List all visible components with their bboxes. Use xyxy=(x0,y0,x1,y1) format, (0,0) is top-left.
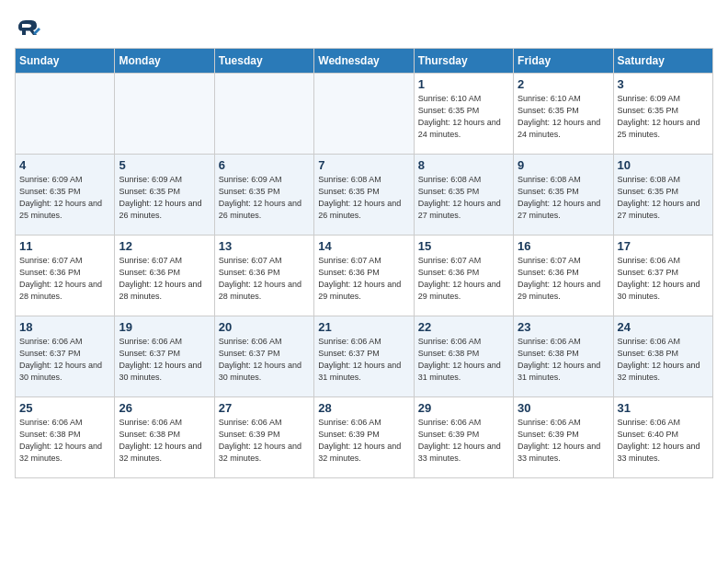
calendar-cell: 14Sunrise: 6:07 AM Sunset: 6:36 PM Dayli… xyxy=(314,236,414,316)
day-number: 31 xyxy=(618,401,709,415)
cell-info: Sunrise: 6:09 AM Sunset: 6:35 PM Dayligh… xyxy=(19,174,110,222)
calendar-cell: 23Sunrise: 6:06 AM Sunset: 6:38 PM Dayli… xyxy=(514,316,613,397)
day-header-thursday: Thursday xyxy=(414,49,513,74)
calendar-week-3: 11Sunrise: 6:07 AM Sunset: 6:36 PM Dayli… xyxy=(16,236,713,316)
calendar-cell: 28Sunrise: 6:06 AM Sunset: 6:39 PM Dayli… xyxy=(314,397,414,478)
day-number: 14 xyxy=(318,239,409,253)
page-header xyxy=(15,15,713,40)
cell-info: Sunrise: 6:06 AM Sunset: 6:37 PM Dayligh… xyxy=(219,336,310,384)
cell-info: Sunrise: 6:06 AM Sunset: 6:38 PM Dayligh… xyxy=(618,336,709,384)
day-number: 30 xyxy=(518,401,609,415)
day-number: 25 xyxy=(19,401,110,415)
calendar-cell: 5Sunrise: 6:09 AM Sunset: 6:35 PM Daylig… xyxy=(115,155,214,236)
cell-info: Sunrise: 6:09 AM Sunset: 6:35 PM Dayligh… xyxy=(219,174,310,222)
cell-info: Sunrise: 6:07 AM Sunset: 6:36 PM Dayligh… xyxy=(318,255,409,303)
cell-info: Sunrise: 6:06 AM Sunset: 6:39 PM Dayligh… xyxy=(518,417,609,465)
cell-info: Sunrise: 6:07 AM Sunset: 6:36 PM Dayligh… xyxy=(219,255,310,303)
calendar-cell: 30Sunrise: 6:06 AM Sunset: 6:39 PM Dayli… xyxy=(514,397,613,478)
cell-info: Sunrise: 6:06 AM Sunset: 6:38 PM Dayligh… xyxy=(119,417,210,465)
cell-info: Sunrise: 6:09 AM Sunset: 6:35 PM Dayligh… xyxy=(618,93,709,141)
calendar-cell: 31Sunrise: 6:06 AM Sunset: 6:40 PM Dayli… xyxy=(613,397,712,478)
calendar-table: SundayMondayTuesdayWednesdayThursdayFrid… xyxy=(15,48,713,478)
calendar-cell: 7Sunrise: 6:08 AM Sunset: 6:35 PM Daylig… xyxy=(314,155,414,236)
day-number: 15 xyxy=(418,239,509,253)
day-number: 1 xyxy=(418,77,509,91)
calendar-cell xyxy=(16,74,115,155)
cell-info: Sunrise: 6:06 AM Sunset: 6:38 PM Dayligh… xyxy=(418,336,509,384)
calendar-cell: 27Sunrise: 6:06 AM Sunset: 6:39 PM Dayli… xyxy=(214,397,313,478)
calendar-cell: 12Sunrise: 6:07 AM Sunset: 6:36 PM Dayli… xyxy=(115,236,214,316)
day-number: 12 xyxy=(119,239,210,253)
calendar-cell: 16Sunrise: 6:07 AM Sunset: 6:36 PM Dayli… xyxy=(514,236,613,316)
cell-info: Sunrise: 6:06 AM Sunset: 6:38 PM Dayligh… xyxy=(518,336,609,384)
day-number: 4 xyxy=(19,158,110,172)
calendar-header-row: SundayMondayTuesdayWednesdayThursdayFrid… xyxy=(16,49,713,74)
cell-info: Sunrise: 6:06 AM Sunset: 6:39 PM Dayligh… xyxy=(418,417,509,465)
calendar-week-1: 1Sunrise: 6:10 AM Sunset: 6:35 PM Daylig… xyxy=(16,74,713,155)
calendar-cell: 19Sunrise: 6:06 AM Sunset: 6:37 PM Dayli… xyxy=(115,316,214,397)
cell-info: Sunrise: 6:09 AM Sunset: 6:35 PM Dayligh… xyxy=(119,174,210,222)
day-number: 20 xyxy=(219,320,310,334)
day-number: 27 xyxy=(219,401,310,415)
calendar-cell: 10Sunrise: 6:08 AM Sunset: 6:35 PM Dayli… xyxy=(613,155,712,236)
cell-info: Sunrise: 6:08 AM Sunset: 6:35 PM Dayligh… xyxy=(418,174,509,222)
day-number: 2 xyxy=(518,77,609,91)
calendar-cell: 6Sunrise: 6:09 AM Sunset: 6:35 PM Daylig… xyxy=(214,155,313,236)
day-header-friday: Friday xyxy=(514,49,613,74)
calendar-cell: 4Sunrise: 6:09 AM Sunset: 6:35 PM Daylig… xyxy=(16,155,115,236)
day-number: 23 xyxy=(518,320,609,334)
calendar-cell: 20Sunrise: 6:06 AM Sunset: 6:37 PM Dayli… xyxy=(214,316,313,397)
calendar-week-2: 4Sunrise: 6:09 AM Sunset: 6:35 PM Daylig… xyxy=(16,155,713,236)
day-number: 29 xyxy=(418,401,509,415)
calendar-cell xyxy=(314,74,414,155)
cell-info: Sunrise: 6:06 AM Sunset: 6:37 PM Dayligh… xyxy=(119,336,210,384)
day-number: 19 xyxy=(119,320,210,334)
day-header-wednesday: Wednesday xyxy=(314,49,414,74)
day-number: 5 xyxy=(119,158,210,172)
calendar-cell: 29Sunrise: 6:06 AM Sunset: 6:39 PM Dayli… xyxy=(414,397,513,478)
calendar-cell: 3Sunrise: 6:09 AM Sunset: 6:35 PM Daylig… xyxy=(613,74,712,155)
calendar-cell xyxy=(115,74,214,155)
calendar-cell: 2Sunrise: 6:10 AM Sunset: 6:35 PM Daylig… xyxy=(514,74,613,155)
calendar-cell: 11Sunrise: 6:07 AM Sunset: 6:36 PM Dayli… xyxy=(16,236,115,316)
day-header-saturday: Saturday xyxy=(613,49,712,74)
day-number: 22 xyxy=(418,320,509,334)
cell-info: Sunrise: 6:08 AM Sunset: 6:35 PM Dayligh… xyxy=(318,174,409,222)
calendar-cell: 25Sunrise: 6:06 AM Sunset: 6:38 PM Dayli… xyxy=(16,397,115,478)
cell-info: Sunrise: 6:07 AM Sunset: 6:36 PM Dayligh… xyxy=(418,255,509,303)
day-number: 9 xyxy=(518,158,609,172)
day-number: 8 xyxy=(418,158,509,172)
calendar-week-4: 18Sunrise: 6:06 AM Sunset: 6:37 PM Dayli… xyxy=(16,316,713,397)
calendar-cell: 22Sunrise: 6:06 AM Sunset: 6:38 PM Dayli… xyxy=(414,316,513,397)
logo-icon xyxy=(15,15,40,40)
cell-info: Sunrise: 6:08 AM Sunset: 6:35 PM Dayligh… xyxy=(618,174,709,222)
cell-info: Sunrise: 6:06 AM Sunset: 6:39 PM Dayligh… xyxy=(318,417,409,465)
cell-info: Sunrise: 6:10 AM Sunset: 6:35 PM Dayligh… xyxy=(418,93,509,141)
cell-info: Sunrise: 6:06 AM Sunset: 6:38 PM Dayligh… xyxy=(19,417,110,465)
day-number: 16 xyxy=(518,239,609,253)
calendar-cell: 24Sunrise: 6:06 AM Sunset: 6:38 PM Dayli… xyxy=(613,316,712,397)
day-number: 24 xyxy=(618,320,709,334)
cell-info: Sunrise: 6:10 AM Sunset: 6:35 PM Dayligh… xyxy=(518,93,609,141)
cell-info: Sunrise: 6:06 AM Sunset: 6:40 PM Dayligh… xyxy=(618,417,709,465)
cell-info: Sunrise: 6:07 AM Sunset: 6:36 PM Dayligh… xyxy=(119,255,210,303)
day-number: 6 xyxy=(219,158,310,172)
calendar-cell: 17Sunrise: 6:06 AM Sunset: 6:37 PM Dayli… xyxy=(613,236,712,316)
calendar-week-5: 25Sunrise: 6:06 AM Sunset: 6:38 PM Dayli… xyxy=(16,397,713,478)
day-number: 28 xyxy=(318,401,409,415)
calendar-cell: 1Sunrise: 6:10 AM Sunset: 6:35 PM Daylig… xyxy=(414,74,513,155)
day-number: 10 xyxy=(618,158,709,172)
calendar-cell: 21Sunrise: 6:06 AM Sunset: 6:37 PM Dayli… xyxy=(314,316,414,397)
calendar-cell: 18Sunrise: 6:06 AM Sunset: 6:37 PM Dayli… xyxy=(16,316,115,397)
calendar-cell: 8Sunrise: 6:08 AM Sunset: 6:35 PM Daylig… xyxy=(414,155,513,236)
cell-info: Sunrise: 6:08 AM Sunset: 6:35 PM Dayligh… xyxy=(518,174,609,222)
day-number: 21 xyxy=(318,320,409,334)
cell-info: Sunrise: 6:06 AM Sunset: 6:39 PM Dayligh… xyxy=(219,417,310,465)
day-number: 18 xyxy=(19,320,110,334)
cell-info: Sunrise: 6:06 AM Sunset: 6:37 PM Dayligh… xyxy=(19,336,110,384)
day-header-monday: Monday xyxy=(115,49,214,74)
cell-info: Sunrise: 6:06 AM Sunset: 6:37 PM Dayligh… xyxy=(618,255,709,303)
day-header-sunday: Sunday xyxy=(16,49,115,74)
calendar-cell: 26Sunrise: 6:06 AM Sunset: 6:38 PM Dayli… xyxy=(115,397,214,478)
logo xyxy=(15,15,44,40)
